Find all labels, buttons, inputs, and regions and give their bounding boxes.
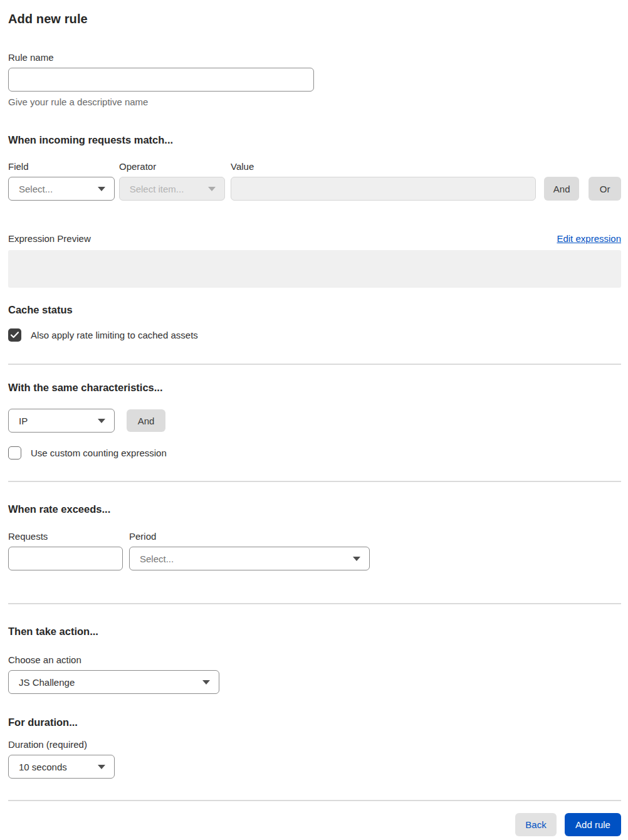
rule-name-label: Rule name (8, 52, 621, 63)
chevron-down-icon (98, 187, 105, 191)
expression-preview-section: Expression Preview Edit expression (8, 233, 621, 288)
requests-input[interactable] (8, 547, 123, 570)
chevron-down-icon (98, 419, 105, 423)
add-rule-button[interactable]: Add rule (565, 813, 621, 836)
page-title: Add new rule (8, 0, 621, 26)
edit-expression-link[interactable]: Edit expression (557, 233, 621, 244)
requests-label: Requests (8, 531, 129, 542)
chevron-down-icon (208, 187, 216, 191)
rule-name-helper: Give your rule a descriptive name (8, 97, 621, 107)
duration-heading: For duration... (8, 717, 621, 728)
add-rule-form: Add new rule Rule name Give your rule a … (0, 0, 628, 836)
chevron-down-icon (98, 765, 105, 769)
field-select[interactable]: Select... (8, 177, 115, 201)
match-heading: When incoming requests match... (8, 134, 621, 146)
action-heading: Then take action... (8, 626, 621, 638)
custom-counting-checkbox-label: Use custom counting expression (31, 448, 167, 458)
footer-actions: Back Add rule (8, 813, 621, 836)
operator-select[interactable]: Select item... (119, 177, 226, 201)
back-button[interactable]: Back (515, 813, 557, 836)
value-label: Value (231, 161, 254, 172)
rule-name-section: Rule name Give your rule a descriptive n… (8, 52, 621, 107)
chevron-down-icon (202, 680, 210, 685)
characteristics-controls: IP And (8, 409, 621, 433)
characteristic-select[interactable]: IP (8, 409, 115, 433)
chevron-down-icon (353, 557, 360, 561)
cache-status-checkbox-row: Also apply rate limiting to cached asset… (8, 328, 621, 342)
field-select-value: Select... (19, 184, 53, 194)
expression-preview-header: Expression Preview Edit expression (8, 233, 621, 244)
cache-status-section: Cache status Also apply rate limiting to… (8, 304, 621, 342)
checkmark-icon (11, 332, 19, 339)
cached-assets-checkbox-label: Also apply rate limiting to cached asset… (31, 330, 198, 340)
section-divider (8, 364, 621, 365)
rate-controls: Select... (8, 547, 621, 570)
add-characteristic-button[interactable]: And (127, 409, 165, 432)
cache-status-heading: Cache status (8, 304, 621, 316)
field-label: Field (8, 161, 115, 172)
match-section: When incoming requests match... Field Op… (8, 134, 621, 342)
action-label: Choose an action (8, 654, 621, 665)
match-labels: Field Operator Value (8, 161, 621, 172)
operator-select-value: Select item... (130, 184, 184, 194)
characteristics-heading: With the same characteristics... (8, 382, 621, 394)
action-select-value: JS Challenge (19, 677, 75, 688)
period-label: Period (129, 531, 156, 542)
custom-counting-checkbox-row: Use custom counting expression (8, 446, 621, 459)
rate-section: When rate exceeds... Requests Period Sel… (8, 503, 621, 570)
duration-select[interactable]: 10 seconds (8, 755, 115, 779)
duration-section: For duration... Duration (required) 10 s… (8, 717, 621, 779)
action-section: Then take action... Choose an action JS … (8, 626, 621, 694)
custom-counting-checkbox[interactable] (8, 446, 21, 459)
cached-assets-checkbox[interactable] (8, 328, 21, 342)
action-select[interactable]: JS Challenge (8, 670, 219, 694)
expression-preview-box (8, 250, 621, 288)
match-controls: Select... Select item... And Or (8, 177, 621, 201)
section-divider (8, 603, 621, 604)
operator-label: Operator (119, 161, 226, 172)
period-select[interactable]: Select... (129, 547, 370, 570)
rate-labels: Requests Period (8, 531, 621, 542)
duration-select-value: 10 seconds (19, 762, 67, 772)
footer-divider (8, 800, 621, 801)
rate-heading: When rate exceeds... (8, 503, 621, 515)
expression-preview-label: Expression Preview (8, 233, 91, 244)
and-condition-button[interactable]: And (544, 177, 579, 201)
value-input[interactable] (231, 177, 536, 201)
match-grid: Field Operator Value Select... Select it… (8, 161, 621, 201)
section-divider (8, 481, 621, 482)
rule-name-input[interactable] (8, 68, 314, 92)
characteristics-section: With the same characteristics... IP And … (8, 382, 621, 459)
characteristic-select-value: IP (19, 416, 28, 426)
duration-label: Duration (required) (8, 739, 621, 750)
or-condition-button[interactable]: Or (589, 177, 621, 201)
period-select-value: Select... (140, 554, 174, 564)
